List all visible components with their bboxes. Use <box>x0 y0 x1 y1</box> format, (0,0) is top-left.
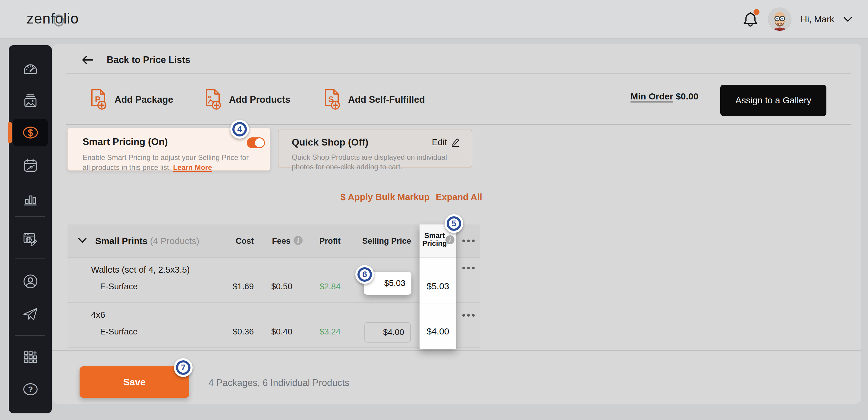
product-name: Wallets (set of 4, 2.5x3.5) <box>91 265 190 275</box>
price-list-summary: 4 Packages, 6 Individual Products <box>209 378 349 388</box>
add-self-fulfilled-label: Add Self-Fulfilled <box>348 94 425 105</box>
smart-pricing-description-text: Enable Smart Pricing to adjust your Sell… <box>83 153 249 171</box>
divider <box>66 73 851 74</box>
sidebar-item-help[interactable]: ? <box>9 380 52 399</box>
add-products-label: Add Products <box>229 94 290 105</box>
column-header-selling-price: Selling Price <box>357 236 411 246</box>
edit-pencil-icon <box>451 138 460 147</box>
table-row: Wallets (set of 4, 2.5x3.5) E-Surface $1… <box>67 258 480 303</box>
grid-plus-icon <box>22 349 39 366</box>
active-indicator <box>8 122 12 143</box>
variant-name: E-Surface <box>100 282 138 291</box>
sidebar-item-selling-active[interactable]: $ <box>13 119 48 147</box>
table-group-header: Small Prints (4 Products) Cost Fees i Pr… <box>67 224 480 258</box>
step-badge-4: 4 <box>230 120 249 138</box>
expand-all-link[interactable]: Expand All <box>436 192 482 202</box>
chevron-down-icon[interactable] <box>843 16 852 22</box>
sidebar-item-galleries[interactable] <box>9 92 52 111</box>
divider <box>420 303 456 303</box>
add-products-button[interactable]: Add Products <box>206 89 290 110</box>
sidebar-item-dashboard[interactable] <box>9 59 52 78</box>
question-icon: ? <box>22 381 39 398</box>
back-to-price-lists[interactable]: Back to Price Lists <box>82 55 190 65</box>
column-header-profit: Profit <box>296 236 341 246</box>
sidebar-nav: $ <box>9 45 52 413</box>
group-menu-button[interactable] <box>462 239 475 242</box>
profit-value: $2.84 <box>296 282 341 291</box>
sidebar-divider <box>16 216 45 217</box>
min-order[interactable]: Min Order $0.00 <box>630 91 698 101</box>
smart-pricing-value: $5.03 <box>420 281 456 291</box>
learn-more-link[interactable]: Learn More <box>173 163 212 171</box>
group-title: Small Prints (4 Products) <box>95 236 199 246</box>
calendar-icon <box>22 157 39 174</box>
variant-name: E-Surface <box>100 327 138 336</box>
min-order-label: Min Order <box>630 91 673 101</box>
products-table: Small Prints (4 Products) Cost Fees i Pr… <box>67 224 480 349</box>
avatar[interactable] <box>768 7 792 31</box>
paper-plane-icon <box>22 305 39 323</box>
sidebar-item-statistics[interactable] <box>9 189 52 208</box>
toggle-knob <box>255 138 264 147</box>
step-badge-6: 6 <box>355 265 374 284</box>
group-name: Small Prints <box>95 236 147 246</box>
table-row: 4x6 E-Surface $0.36 $0.40 $3.24 $4.00 <box>67 303 480 348</box>
back-label: Back to Price Lists <box>107 55 190 65</box>
quick-shop-card: Quick Shop (Off) Edit Quick Shop Product… <box>278 130 472 167</box>
sidebar-divider <box>16 258 45 259</box>
column-header-fees: Fees <box>247 236 290 246</box>
add-package-button[interactable]: P Add Package <box>91 89 173 110</box>
row-menu-button[interactable] <box>462 267 475 269</box>
top-header-bar: zenfolio <box>0 0 868 39</box>
sidebar-item-apps[interactable] <box>9 348 52 367</box>
sidebar-item-website[interactable] <box>9 230 52 249</box>
profit-value: $3.24 <box>296 327 341 336</box>
product-name: 4x6 <box>91 310 105 320</box>
smart-pricing-column: Smart Pricing i $5.03 $4.00 <box>420 224 456 349</box>
sidebar-item-bookings[interactable] <box>9 156 52 175</box>
back-arrow-icon <box>82 55 93 65</box>
collapse-chevron-icon[interactable] <box>78 237 87 244</box>
group-count: (4 Products) <box>150 236 199 246</box>
edit-label: Edit <box>432 137 447 147</box>
add-self-fulfilled-button[interactable]: S Add Self-Fulfilled <box>324 89 425 110</box>
quick-shop-title: Quick Shop (Off) <box>292 137 368 148</box>
row-menu-button[interactable] <box>462 314 475 317</box>
photos-icon <box>22 93 39 110</box>
notifications-button[interactable] <box>742 10 759 28</box>
quick-shop-description: Quick Shop Products are displayed on ind… <box>292 153 453 171</box>
smart-pricing-column-title: Smart Pricing <box>422 232 447 248</box>
step-badge-5: 5 <box>444 214 463 233</box>
sidebar-item-marketing[interactable] <box>9 304 52 324</box>
add-package-icon: P <box>91 89 107 110</box>
fees-value: $0.50 <box>247 282 292 291</box>
save-button[interactable]: Save <box>80 366 189 398</box>
add-package-label: Add Package <box>115 94 173 105</box>
quick-shop-edit-button[interactable]: Edit <box>432 137 460 147</box>
speedometer-icon <box>22 60 39 77</box>
user-greeting: Hi, Mark <box>801 14 834 24</box>
add-self-fulfilled-icon: S <box>324 89 340 110</box>
svg-text:$: $ <box>28 127 33 138</box>
person-icon <box>22 273 39 290</box>
smart-pricing-description: Enable Smart Pricing to adjust your Sell… <box>83 153 256 172</box>
svg-text:?: ? <box>28 385 33 394</box>
divider <box>66 124 851 125</box>
divider <box>53 350 861 351</box>
sidebar-divider <box>16 335 45 336</box>
smart-pricing-toggle[interactable] <box>247 137 265 148</box>
fees-value: $0.40 <box>247 327 292 336</box>
min-order-value: $0.00 <box>676 91 698 101</box>
smart-pricing-title: Smart Pricing (On) <box>83 136 168 147</box>
apply-bulk-markup-link[interactable]: $ Apply Bulk Markup <box>341 192 430 202</box>
add-products-icon <box>206 89 221 110</box>
selling-price-input[interactable]: $4.00 <box>364 322 411 343</box>
smart-pricing-value: $4.00 <box>420 326 456 336</box>
bar-chart-icon <box>22 190 39 207</box>
step-badge-7: 7 <box>174 358 193 377</box>
assign-to-gallery-button[interactable]: Assign to a Gallery <box>720 85 827 116</box>
smart-pricing-info-icon[interactable]: i <box>445 235 455 244</box>
zenfolio-logo[interactable]: zenfolio <box>27 10 79 27</box>
web-editor-icon <box>22 230 39 248</box>
sidebar-item-account[interactable] <box>9 272 52 291</box>
